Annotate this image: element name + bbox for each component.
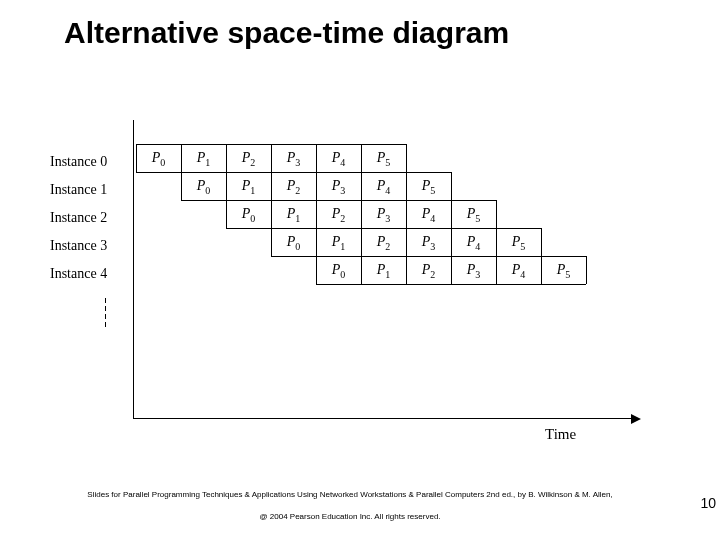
grid-line: [136, 172, 451, 173]
grid-tick: [586, 256, 587, 284]
pipeline-stage: P3: [316, 178, 361, 196]
x-axis: [133, 418, 639, 419]
pipeline-stage: P5: [361, 150, 406, 168]
instance-label-3: Instance 3: [50, 238, 128, 254]
instance-label-4: Instance 4: [50, 266, 128, 282]
grid-line: [316, 284, 586, 285]
dots-icon: [105, 298, 106, 303]
instance-label-0: Instance 0: [50, 154, 128, 170]
pipeline-stage: P0: [316, 262, 361, 280]
pipeline-stage: P4: [496, 262, 541, 280]
pipeline-stage: P0: [271, 234, 316, 252]
grid-tick: [406, 144, 407, 172]
grid-tick: [496, 200, 497, 228]
grid-tick: [451, 172, 452, 200]
pipeline-stage: P5: [496, 234, 541, 252]
pipeline-stage: P3: [361, 206, 406, 224]
pipeline-stage: P3: [271, 150, 316, 168]
pipeline-stage: P1: [361, 262, 406, 280]
pipeline-stage: P4: [406, 206, 451, 224]
pipeline-stage: P1: [181, 150, 226, 168]
y-axis: [133, 120, 134, 418]
instance-label-2: Instance 2: [50, 210, 128, 226]
dots-icon: [105, 314, 106, 319]
pipeline-stage: P3: [406, 234, 451, 252]
footer-citation: Slides for Parallel Programming Techniqu…: [0, 490, 700, 499]
pipeline-stage: P5: [451, 206, 496, 224]
pipeline-stage: P3: [451, 262, 496, 280]
pipeline-stage: P1: [226, 178, 271, 196]
pipeline-stage: P2: [361, 234, 406, 252]
dots-icon: [105, 306, 106, 311]
grid-tick: [541, 228, 542, 256]
instance-label-1: Instance 1: [50, 182, 128, 198]
pipeline-stage: P5: [541, 262, 586, 280]
x-axis-label: Time: [545, 426, 576, 443]
pipeline-stage: P0: [136, 150, 181, 168]
grid-line: [226, 228, 541, 229]
pipeline-stage: P5: [406, 178, 451, 196]
page-number: 10: [700, 495, 716, 511]
pipeline-stage: P1: [316, 234, 361, 252]
dots-icon: [105, 322, 106, 327]
grid-line: [181, 200, 496, 201]
pipeline-stage: P4: [361, 178, 406, 196]
footer-copyright: @ 2004 Pearson Education Inc. All rights…: [0, 512, 700, 521]
pipeline-stage: P0: [226, 206, 271, 224]
pipeline-stage: P2: [226, 150, 271, 168]
grid-line: [271, 256, 586, 257]
pipeline-stage: P2: [406, 262, 451, 280]
pipeline-stage: P1: [271, 206, 316, 224]
pipeline-stage: P2: [271, 178, 316, 196]
pipeline-stage: P4: [451, 234, 496, 252]
space-time-diagram: Time Instance 0 Instance 1 Instance 2 In…: [50, 120, 660, 430]
pipeline-stage: P0: [181, 178, 226, 196]
pipeline-stage: P2: [316, 206, 361, 224]
pipeline-stage: P4: [316, 150, 361, 168]
page-title: Alternative space-time diagram: [64, 16, 509, 50]
